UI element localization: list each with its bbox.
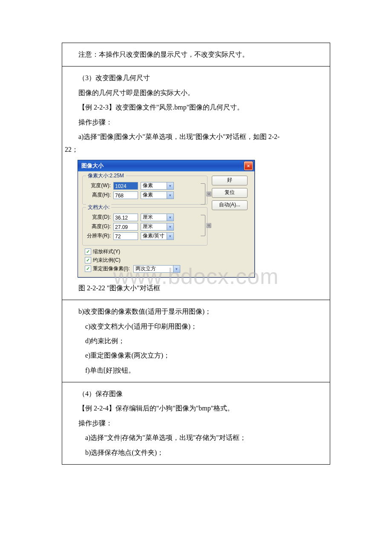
step-a-line1: a)选择"图像|图像大小"菜单选项，出现"图像大小"对话框，如图 2-2-: [65, 130, 327, 143]
example-heading: 【例 2-2-3】改变图像文件"风景.bmp"图像的几何尺寸。: [65, 101, 327, 114]
scale-styles-label: 缩放样式(Y): [93, 248, 120, 255]
height-label: 高度(H):: [86, 191, 111, 199]
height-unit-select[interactable]: 像素 ▾: [141, 191, 174, 199]
section-heading: （3）改变图像几何尺寸: [65, 72, 327, 84]
step-b: b)改变图像的像素数值(适用于显示用图像)；: [65, 305, 327, 318]
body-text: 操作步骤：: [65, 417, 327, 430]
chevron-down-icon: ▾: [167, 214, 173, 221]
doc-width-input[interactable]: 36.12: [113, 214, 138, 221]
close-icon: ×: [247, 163, 250, 168]
chevron-down-icon: ▾: [167, 233, 173, 240]
step-f: f)单击[好]按钮。: [65, 364, 327, 377]
step-a-line2: 22；: [65, 143, 327, 156]
chevron-down-icon: ▾: [167, 182, 173, 189]
close-button[interactable]: ×: [244, 162, 253, 170]
note-paragraph: 注意：本操作只改变图像的显示尺寸，不改变实际尺寸。: [65, 48, 327, 61]
group-title: 文档大小:: [86, 204, 111, 211]
select-value: 像素: [143, 191, 153, 199]
link-bracket: ⧉: [201, 184, 211, 204]
select-value: 厘米: [143, 223, 153, 230]
step-a: a)选择"文件|存储为"菜单选项，出现"存储为"对话框；: [65, 431, 327, 444]
resample-checkbox[interactable]: ✓: [85, 266, 91, 272]
pixel-dimensions-group: 像素大小:2.25M 宽度(W): 1024 像素 ▾: [82, 176, 208, 205]
doc-height-input[interactable]: 27.09: [113, 223, 138, 231]
doc-height-label: 高度(G):: [86, 223, 111, 230]
document-main-table: 注意：本操作只改变图像的显示尺寸，不改变实际尺寸。 （3）改变图像几何尺寸 图像…: [62, 43, 330, 465]
resolution-input[interactable]: 72: [113, 232, 138, 240]
doc-width-label: 宽度(D):: [86, 214, 111, 221]
dialog-titlebar: 图像大小 ×: [78, 160, 254, 171]
step-e: e)重定图像像素(两次立方)；: [65, 349, 327, 362]
step-b: b)选择保存地点(文件夹)；: [65, 446, 327, 459]
select-value: 两次立方: [135, 265, 156, 272]
document-size-group: 文档大小: 宽度(D): 36.12 厘米 ▾: [82, 207, 208, 246]
step-c: c)改变文档大小(适用于印刷用图像)；: [65, 320, 327, 333]
resolution-label: 分辨率(R):: [86, 232, 111, 240]
auto-button[interactable]: 自动(A)...: [212, 200, 248, 210]
resample-method-select[interactable]: 两次立方 ▾: [133, 265, 180, 273]
ok-button[interactable]: 好: [212, 176, 248, 185]
step-d: d)约束比例；: [65, 335, 327, 347]
height-input[interactable]: 768: [113, 191, 138, 199]
link-bracket: ⧉: [201, 215, 211, 236]
select-value: 厘米: [143, 214, 153, 221]
scale-styles-checkbox[interactable]: ✓: [85, 249, 91, 255]
chevron-down-icon: ▾: [167, 192, 173, 199]
group-title: 像素大小:2.25M: [86, 172, 126, 179]
body-text: 操作步骤：: [65, 116, 327, 129]
reset-button[interactable]: 复位: [212, 188, 248, 198]
image-size-dialog: 图像大小 × 像素大小:2.25M 宽度(W):: [78, 160, 255, 278]
doc-height-unit-select[interactable]: 厘米 ▾: [141, 223, 174, 231]
body-text: 图像的几何尺寸即是图像的实际大小。: [65, 87, 327, 99]
constrain-checkbox[interactable]: ✓: [85, 257, 91, 263]
doc-width-unit-select[interactable]: 厘米 ▾: [141, 214, 174, 221]
width-unit-select[interactable]: 像素 ▾: [141, 182, 174, 190]
chevron-down-icon: ▾: [173, 266, 180, 272]
figure-caption: 图 2-2-22 "图像大小"对话框: [65, 282, 327, 295]
constrain-label: 约束比例(C): [93, 257, 121, 264]
section-heading: （4）保存图像: [65, 387, 327, 400]
select-value: 像素: [143, 182, 153, 189]
dialog-title: 图像大小: [81, 162, 104, 170]
chain-icon: ⧉: [206, 191, 211, 197]
width-label: 宽度(W):: [86, 182, 111, 189]
select-value: 像素/英寸: [143, 232, 164, 240]
width-input[interactable]: 1024: [113, 182, 138, 190]
chain-icon: ⧉: [206, 223, 211, 228]
chevron-down-icon: ▾: [167, 223, 173, 230]
example-heading: 【例 2-2-4】保存编辑后的"小狗"图像为"bmp"格式。: [65, 402, 327, 415]
resolution-unit-select[interactable]: 像素/英寸 ▾: [141, 232, 174, 240]
resample-label: 重定图像像素(I):: [93, 265, 130, 272]
